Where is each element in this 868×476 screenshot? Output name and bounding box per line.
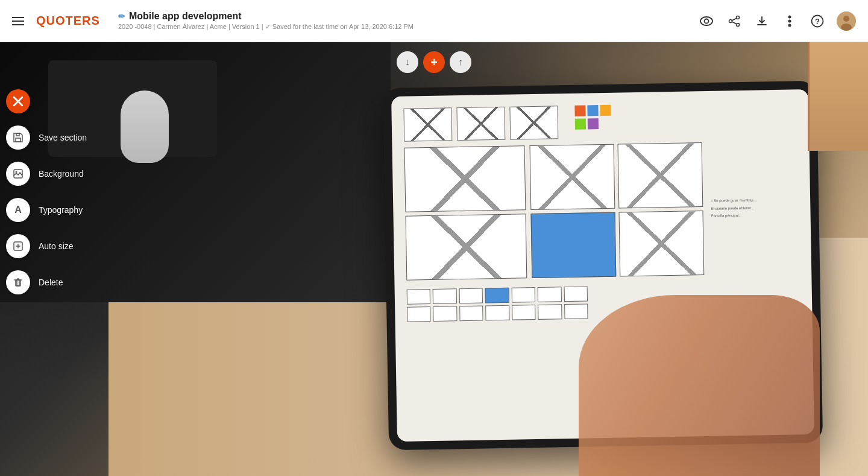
background-item[interactable]: Background: [0, 157, 96, 191]
svg-line-5: [732, 18, 737, 21]
wf-grid-4: [618, 211, 704, 276]
wf-right-grid: [530, 142, 705, 278]
wf-box-3: [509, 106, 558, 139]
delete-icon: [6, 270, 30, 294]
typography-item[interactable]: A Typography: [0, 193, 96, 227]
edit-icon: ✏: [118, 11, 125, 21]
help-icon[interactable]: ?: [809, 13, 826, 30]
color-bars: [574, 105, 611, 139]
wood-block: [808, 42, 868, 151]
wf-notes: = Se puede guiar mientras.... El usuario…: [706, 141, 799, 275]
header-center: ✏ Mobile app development 2020 -0048 | Ca…: [100, 11, 698, 31]
svg-point-9: [788, 24, 791, 27]
typography-label: Typography: [39, 205, 83, 215]
floating-toolbar: ↓ + ↑: [397, 51, 471, 73]
hamburger-menu[interactable]: [12, 17, 24, 25]
svg-point-7: [788, 15, 791, 18]
svg-text:?: ?: [815, 17, 820, 26]
wf-main-2: [406, 214, 527, 280]
avatar[interactable]: [837, 11, 856, 31]
svg-point-1: [705, 19, 709, 23]
wireframe-main: = Se puede guiar mientras.... El usuario…: [404, 141, 800, 280]
save-section-icon: [6, 125, 30, 150]
auto-size-label: Auto size: [39, 241, 74, 251]
delete-item[interactable]: Delete: [0, 265, 96, 299]
wf-keyboard: [407, 286, 588, 322]
header-right: ?: [698, 11, 856, 31]
background-icon: [6, 162, 30, 186]
eye-icon[interactable]: [698, 13, 715, 30]
background-image: = Se puede guiar mientras.... El usuario…: [0, 42, 868, 476]
svg-point-14: [841, 24, 852, 31]
wf-grid-1: [530, 144, 615, 210]
background-label: Background: [39, 169, 84, 179]
save-section-label: Save section: [39, 133, 87, 142]
scroll-up-button[interactable]: ↑: [450, 51, 471, 73]
svg-point-8: [788, 19, 791, 22]
add-section-button[interactable]: +: [423, 51, 445, 73]
scroll-down-button[interactable]: ↓: [397, 51, 418, 73]
wf-box-2: [456, 107, 505, 141]
share-icon[interactable]: [726, 13, 743, 30]
svg-point-13: [843, 16, 849, 22]
project-meta: 2020 -0048 | Carmen Álvarez | Acme | Ver…: [118, 23, 698, 31]
auto-size-item[interactable]: Auto size: [0, 229, 96, 263]
auto-size-icon: [6, 234, 30, 258]
project-title: Mobile app development: [129, 11, 242, 22]
save-section-item[interactable]: Save section: [0, 121, 96, 154]
svg-rect-17: [16, 138, 20, 142]
wf-grid-3-blue: [530, 212, 616, 278]
delete-label: Delete: [39, 278, 63, 287]
project-title-row: ✏ Mobile app development: [118, 11, 698, 22]
close-menu-item[interactable]: [0, 84, 96, 118]
more-icon[interactable]: [781, 13, 798, 30]
svg-point-4: [737, 23, 740, 26]
app-header: QUOTERS ✏ Mobile app development 2020 -0…: [0, 0, 868, 42]
svg-point-0: [700, 17, 712, 25]
wf-grid-2: [617, 142, 703, 208]
wf-left-col: [404, 145, 527, 280]
download-icon[interactable]: [753, 13, 770, 30]
svg-point-20: [16, 171, 17, 173]
app-logo: QUOTERS: [36, 14, 100, 28]
wf-main-1: [404, 145, 526, 212]
hand-overlay: [579, 295, 820, 476]
close-menu-icon[interactable]: [6, 89, 30, 113]
side-menu: Save section Background A Typography: [0, 78, 96, 305]
wireframe-row-1: [403, 101, 797, 141]
svg-point-2: [737, 16, 740, 19]
svg-point-3: [729, 19, 732, 22]
magic-mouse: [121, 90, 169, 163]
header-left: QUOTERS: [12, 14, 100, 28]
svg-rect-18: [16, 133, 19, 136]
main-content: = Se puede guiar mientras.... El usuario…: [0, 42, 868, 476]
wf-box-1: [403, 107, 452, 141]
typography-icon: A: [6, 198, 30, 222]
svg-line-6: [732, 22, 737, 24]
